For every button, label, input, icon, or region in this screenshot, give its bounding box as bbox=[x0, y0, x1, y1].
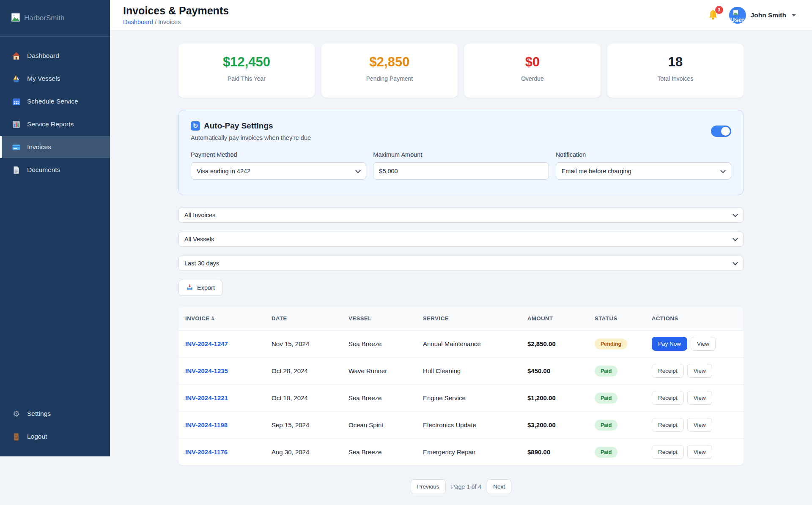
invoice-service: Electronics Update bbox=[416, 412, 521, 439]
table-row: INV-2024-1198 Sep 15, 2024 Ocean Spirit … bbox=[178, 412, 743, 439]
sidebar-item-label: Service Reports bbox=[27, 120, 74, 128]
autopay-toggle[interactable] bbox=[711, 126, 731, 137]
stat-value: $2,850 bbox=[321, 55, 458, 70]
invoice-vessel: Sea Breeze bbox=[342, 439, 416, 466]
invoice-amount: $890.00 bbox=[521, 439, 588, 466]
invoice-link[interactable]: INV-2024-1176 bbox=[178, 439, 265, 466]
column-header-invoice: INVOICE # bbox=[178, 307, 265, 330]
payment-method-select[interactable]: Visa ending in 4242 bbox=[191, 162, 366, 180]
invoice-vessel: Sea Breeze bbox=[342, 330, 416, 358]
maximum-amount-input[interactable] bbox=[373, 162, 549, 180]
view-button[interactable]: View bbox=[691, 337, 716, 351]
receipt-button[interactable]: Receipt bbox=[652, 418, 684, 432]
invoice-vessel: Sea Breeze bbox=[342, 385, 416, 412]
sidebar-item-my-vessels[interactable]: My Vessels bbox=[0, 68, 110, 90]
receipt-button[interactable]: Receipt bbox=[652, 445, 684, 459]
top-bar: Invoices & Payments Dashboard / Invoices… bbox=[110, 0, 812, 30]
invoice-date: Oct 10, 2024 bbox=[265, 385, 342, 412]
notification-label: Notification bbox=[556, 151, 731, 158]
autopay-sync-icon: ↻ bbox=[191, 121, 200, 131]
invoices-table-card: INVOICE # DATE VESSEL SERVICE AMOUNT STA… bbox=[178, 307, 743, 465]
sidebar-item-service-reports[interactable]: Service Reports bbox=[0, 113, 110, 135]
invoice-status-filter-wrap: All Invoices bbox=[178, 207, 743, 223]
invoice-vessel: Wave Runner bbox=[342, 358, 416, 385]
export-button[interactable]: Export bbox=[178, 280, 222, 296]
invoice-status-filter[interactable]: All Invoices bbox=[178, 207, 743, 223]
notifications-button[interactable]: 3 bbox=[707, 9, 720, 22]
invoice-link[interactable]: INV-2024-1221 bbox=[178, 385, 265, 412]
view-button[interactable]: View bbox=[687, 445, 712, 459]
app-name: HarborSmith bbox=[24, 14, 64, 22]
stat-label: Paid This Year bbox=[178, 75, 315, 82]
sidebar-item-logout[interactable]: Logout bbox=[0, 426, 110, 448]
previous-page-button[interactable]: Previous bbox=[411, 479, 446, 494]
stat-card-overdue: $0 Overdue bbox=[464, 44, 601, 98]
sidebar-item-documents[interactable]: Documents bbox=[0, 159, 110, 181]
sidebar-item-invoices[interactable]: Invoices bbox=[0, 136, 110, 158]
vessel-filter[interactable]: All Vessels bbox=[178, 232, 743, 247]
sidebar-item-label: Documents bbox=[27, 166, 60, 174]
notification-select[interactable]: Email me before charging bbox=[556, 162, 731, 180]
next-page-button[interactable]: Next bbox=[487, 479, 511, 494]
invoice-link[interactable]: INV-2024-1198 bbox=[178, 412, 265, 439]
receipt-button[interactable]: Receipt bbox=[652, 364, 684, 378]
title-block: Invoices & Payments Dashboard / Invoices bbox=[123, 5, 229, 25]
sidebar-nav: Dashboard My Vessels bbox=[0, 37, 110, 181]
sidebar-item-label: Logout bbox=[27, 433, 47, 440]
sailboat-icon bbox=[12, 74, 21, 83]
calendar-icon bbox=[12, 97, 21, 106]
gear-icon: ⚙ bbox=[12, 409, 21, 418]
status-badge: Paid bbox=[595, 366, 617, 377]
view-button[interactable]: View bbox=[687, 391, 712, 405]
invoice-amount: $3,200.00 bbox=[521, 412, 588, 439]
view-button[interactable]: View bbox=[687, 418, 712, 432]
broken-image-icon bbox=[11, 13, 20, 24]
sidebar-item-schedule-service[interactable]: Schedule Service bbox=[0, 90, 110, 112]
stat-label: Pending Payment bbox=[321, 75, 458, 82]
house-icon bbox=[12, 52, 21, 60]
autopay-subtitle: Automatically pay invoices when they're … bbox=[191, 134, 311, 141]
table-row: INV-2024-1247 Nov 15, 2024 Sea Breeze An… bbox=[178, 330, 743, 358]
maximum-amount-label: Maximum Amount bbox=[373, 151, 549, 158]
table-row: INV-2024-1221 Oct 10, 2024 Sea Breeze En… bbox=[178, 385, 743, 412]
document-icon bbox=[12, 166, 21, 175]
invoice-date: Nov 15, 2024 bbox=[265, 330, 342, 358]
invoice-date: Oct 28, 2024 bbox=[265, 358, 342, 385]
date-range-filter-wrap: Last 30 days bbox=[178, 256, 743, 271]
table-row: INV-2024-1235 Oct 28, 2024 Wave Runner H… bbox=[178, 358, 743, 385]
export-label: Export bbox=[197, 284, 215, 291]
sidebar-item-settings[interactable]: ⚙ Settings bbox=[0, 403, 110, 425]
invoice-link[interactable]: INV-2024-1247 bbox=[178, 330, 265, 358]
app-logo[interactable]: HarborSmith bbox=[0, 0, 110, 37]
payment-method-label: Payment Method bbox=[191, 151, 366, 158]
breadcrumb-dashboard-link[interactable]: Dashboard bbox=[123, 19, 153, 25]
invoice-vessel: Ocean Spirit bbox=[342, 412, 416, 439]
date-range-filter[interactable]: Last 30 days bbox=[178, 256, 743, 271]
view-button[interactable]: View bbox=[687, 364, 712, 378]
notification-select-wrap: Email me before charging bbox=[556, 162, 731, 180]
sidebar-item-dashboard[interactable]: Dashboard bbox=[0, 45, 110, 67]
page-indicator: Page 1 of 4 bbox=[451, 483, 482, 490]
bell-icon bbox=[707, 15, 719, 22]
stats-row: $12,450 Paid This Year $2,850 Pending Pa… bbox=[178, 44, 743, 98]
autopay-title: Auto-Pay Settings bbox=[204, 121, 273, 131]
payment-method-select-wrap: Visa ending in 4242 bbox=[191, 162, 366, 180]
stat-value: $0 bbox=[464, 55, 601, 70]
pay-now-button[interactable]: Pay Now bbox=[652, 337, 687, 351]
avatar: User bbox=[729, 7, 746, 24]
stat-value: $12,450 bbox=[178, 55, 315, 70]
stat-value: 18 bbox=[607, 55, 743, 70]
invoice-date: Aug 30, 2024 bbox=[265, 439, 342, 466]
column-header-vessel: VESSEL bbox=[342, 307, 416, 330]
user-menu[interactable]: User John Smith bbox=[729, 7, 796, 24]
invoice-link[interactable]: INV-2024-1235 bbox=[178, 358, 265, 385]
receipt-button[interactable]: Receipt bbox=[652, 391, 684, 405]
invoice-amount: $2,850.00 bbox=[521, 330, 588, 358]
sidebar-item-label: Invoices bbox=[27, 143, 51, 151]
stat-card-paid-this-year: $12,450 Paid This Year bbox=[178, 44, 315, 98]
column-header-status: STATUS bbox=[588, 307, 645, 330]
pagination: Previous Page 1 of 4 Next bbox=[178, 479, 743, 505]
status-badge: Paid bbox=[595, 393, 617, 404]
breadcrumb-current: Invoices bbox=[158, 19, 181, 25]
invoices-table: INVOICE # DATE VESSEL SERVICE AMOUNT STA… bbox=[178, 307, 743, 465]
